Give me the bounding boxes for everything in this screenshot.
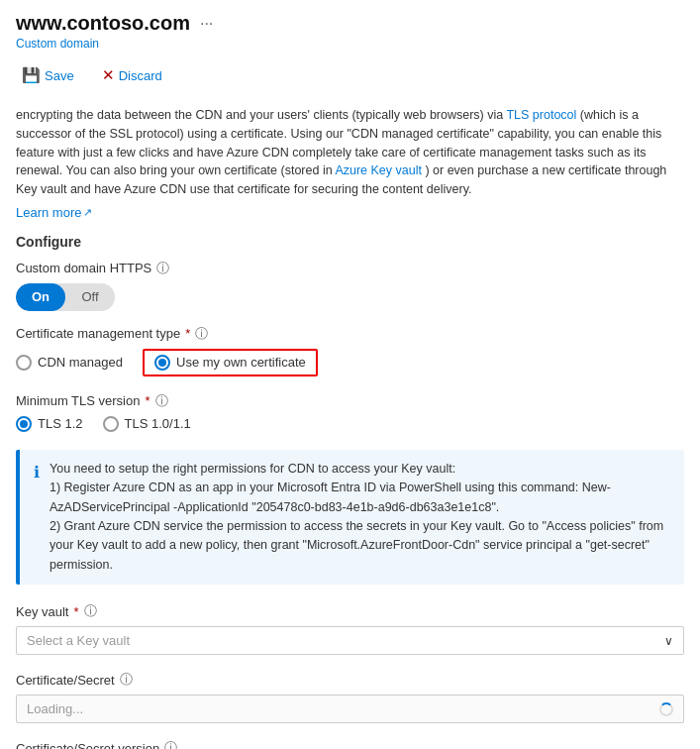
info-box-icon: ℹ xyxy=(34,461,40,575)
info-box: ℹ You need to setup the right permission… xyxy=(16,450,684,585)
discard-label: Discard xyxy=(119,68,162,83)
description-text: encrypting the data between the CDN and … xyxy=(16,106,684,199)
radio-tls10[interactable]: TLS 1.0/1.1 xyxy=(103,416,191,432)
cert-type-radio-group: CDN managed Use my own certificate xyxy=(16,349,684,376)
save-label: Save xyxy=(45,68,74,83)
radio-cdn-managed-label: CDN managed xyxy=(38,355,123,370)
toolbar: 💾 Save ✕ Discard xyxy=(16,62,684,96)
cert-secret-placeholder: Loading... xyxy=(27,701,83,716)
radio-own-cert-circle[interactable] xyxy=(154,355,170,371)
tls-info-icon[interactable]: ⓘ xyxy=(155,392,168,410)
radio-tls12-label: TLS 1.2 xyxy=(38,416,83,431)
cert-secret-info-icon[interactable]: ⓘ xyxy=(120,671,133,689)
radio-tls12-circle[interactable] xyxy=(16,416,32,432)
radio-own-cert-label: Use my own certificate xyxy=(176,355,306,370)
radio-tls10-label: TLS 1.0/1.1 xyxy=(125,416,191,431)
tls-radio-group: TLS 1.2 TLS 1.0/1.1 xyxy=(16,416,684,432)
https-field-label: Custom domain HTTPS ⓘ xyxy=(16,260,684,277)
toggle-on-button[interactable]: On xyxy=(16,283,65,311)
cert-type-label: Certificate management type * ⓘ xyxy=(16,325,684,343)
breadcrumb[interactable]: Custom domain xyxy=(16,37,684,51)
learn-more-link[interactable]: Learn more ↗ xyxy=(16,205,92,220)
info-box-text: You need to setup the right permissions … xyxy=(50,460,670,575)
key-vault-field-label: Key vault * ⓘ xyxy=(16,602,684,620)
save-icon: 💾 xyxy=(22,66,41,84)
cert-version-info-icon[interactable]: ⓘ xyxy=(164,739,177,749)
cert-secret-input[interactable]: Loading... xyxy=(16,695,684,723)
radio-tls10-circle[interactable] xyxy=(103,416,119,432)
key-vault-info-icon[interactable]: ⓘ xyxy=(84,602,97,620)
discard-icon: ✕ xyxy=(102,66,115,84)
tls-version-label: Minimum TLS version * ⓘ xyxy=(16,392,684,410)
radio-cdn-managed-circle[interactable] xyxy=(16,355,32,371)
discard-button[interactable]: ✕ Discard xyxy=(96,62,168,88)
more-options-icon[interactable]: ··· xyxy=(200,15,213,33)
cert-version-label: Certificate/Secret version ⓘ xyxy=(16,739,684,749)
cert-secret-label: Certificate/Secret ⓘ xyxy=(16,671,684,689)
cert-type-info-icon[interactable]: ⓘ xyxy=(195,325,208,343)
key-vault-placeholder: Select a Key vault xyxy=(27,633,130,648)
configure-section-title: Configure xyxy=(16,234,684,250)
key-vault-dropdown-arrow: ∨ xyxy=(664,634,673,648)
toggle-off-button[interactable]: Off xyxy=(65,283,115,311)
key-vault-required-star: * xyxy=(73,604,78,619)
tls-protocol-link[interactable]: TLS protocol xyxy=(506,108,576,122)
external-link-icon: ↗ xyxy=(83,206,92,219)
radio-cdn-managed[interactable]: CDN managed xyxy=(16,355,123,371)
https-toggle[interactable]: On Off xyxy=(16,283,115,311)
key-vault-link[interactable]: Azure Key vault xyxy=(335,163,422,177)
https-info-icon[interactable]: ⓘ xyxy=(156,260,169,277)
key-vault-dropdown[interactable]: Select a Key vault ∨ xyxy=(16,626,684,655)
cert-required-star: * xyxy=(185,326,190,341)
radio-own-cert[interactable]: Use my own certificate xyxy=(143,349,318,376)
save-button[interactable]: 💾 Save xyxy=(16,62,80,88)
page-title: www.contoso.com xyxy=(16,12,190,35)
tls-required-star: * xyxy=(145,393,150,408)
radio-tls12[interactable]: TLS 1.2 xyxy=(16,416,83,432)
cert-secret-spinner xyxy=(659,702,673,716)
